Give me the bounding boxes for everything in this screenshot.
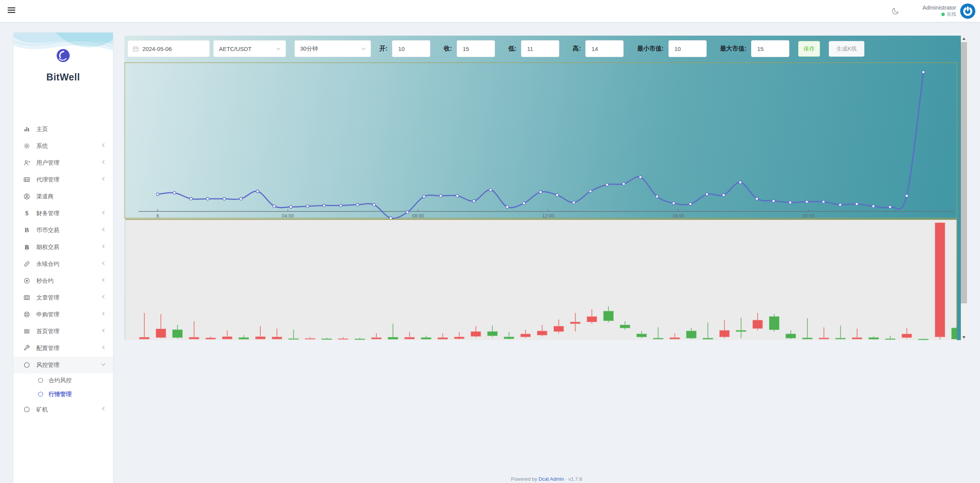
sidebar-item-币币交易[interactable]: B 币币交易: [13, 222, 113, 239]
sidebar-subitem-合约风控[interactable]: 合约风控: [13, 373, 113, 387]
svg-text:12:00: 12:00: [542, 213, 554, 219]
dark-mode-icon[interactable]: [891, 7, 900, 15]
sidebar-item-label: 秒合约: [36, 277, 101, 285]
baht-icon: ฿: [23, 243, 31, 251]
sidebar: BitWell 主页 系统 用户管理 代理管理 渠道商 $ 财务管理 B 币币交…: [13, 33, 113, 483]
sidebar-item-label: 文章管理: [36, 294, 101, 301]
online-status-label: 在线: [947, 11, 956, 18]
vertical-scrollbar: [961, 36, 967, 340]
top-bar: Administrator 在线: [0, 0, 980, 22]
ohlc-fields: 开:收:低:高:最小市值:最大市值:: [371, 40, 789, 57]
avatar[interactable]: [960, 3, 975, 19]
sidebar-item-申购管理[interactable]: 申购管理: [13, 306, 113, 323]
field-input-高[interactable]: [585, 40, 624, 57]
footer: Powered by Dcat Admin · v1.7.8: [113, 476, 980, 482]
dcat-admin-link[interactable]: Dcat Admin: [539, 476, 564, 482]
sidebar-item-永续合约[interactable]: 永续合约: [13, 255, 113, 272]
sidebar-item-label: 期权交易: [36, 244, 101, 251]
sidebar-item-label: 申购管理: [36, 311, 101, 318]
sidebar-item-label: 财务管理: [36, 210, 101, 217]
user-menu[interactable]: Administrator 在线: [923, 4, 956, 17]
chevron-left-icon: [101, 244, 106, 251]
sidebar-item-label: 配置管理: [36, 345, 101, 352]
footer-prefix: Powered by: [511, 476, 537, 482]
sidebar-item-label: 系统: [36, 142, 101, 150]
sidebar-item-用户管理[interactable]: 用户管理: [13, 154, 113, 171]
sidebar-item-渠道商[interactable]: 渠道商: [13, 188, 113, 205]
candlestick-chart: [126, 219, 957, 340]
circle-icon: [38, 377, 44, 384]
footer-version: · v1.7.8: [565, 476, 582, 482]
brand-name: BitWell: [13, 72, 113, 83]
menu-toggle-button[interactable]: [8, 7, 15, 14]
field-input-开[interactable]: [392, 40, 430, 57]
user-circle-icon: [23, 193, 31, 200]
chevron-left-icon: [101, 210, 106, 217]
svg-text:08:00: 08:00: [412, 213, 424, 219]
pair-select[interactable]: AETC/USDT: [213, 40, 286, 57]
sidebar-item-label: 币币交易: [36, 227, 101, 234]
chevron-down-icon: [276, 46, 281, 51]
pair-value: AETC/USDT: [219, 46, 252, 52]
field-input-最小市值[interactable]: [668, 40, 707, 57]
sidebar-item-主页[interactable]: 主页: [13, 121, 113, 138]
chevron-left-icon: [101, 159, 106, 166]
field-label: 收:: [444, 45, 452, 53]
sidebar-subitem-行情管理[interactable]: 行情管理: [13, 387, 113, 401]
svg-text:16:00: 16:00: [672, 213, 684, 219]
user-status: 在线: [923, 11, 956, 18]
chevron-left-icon: [101, 142, 106, 149]
field-label: 开:: [379, 45, 387, 53]
generate-kline-button[interactable]: 生成K线: [829, 41, 864, 57]
sidebar-item-风控管理[interactable]: 风控管理: [13, 357, 113, 373]
online-dot-icon: [941, 13, 945, 16]
sidebar-item-label: 用户管理: [36, 159, 101, 167]
field-label: 高:: [573, 45, 581, 53]
chevron-down-icon: [361, 46, 366, 51]
sidebar-item-文章管理[interactable]: 文章管理: [13, 289, 113, 306]
chevron-left-icon: [101, 406, 106, 413]
field-input-最大市值[interactable]: [751, 40, 789, 57]
sidebar-item-系统[interactable]: 系统: [13, 138, 113, 154]
field-input-低[interactable]: [521, 40, 559, 57]
sidebar-item-label: 永续合约: [36, 260, 101, 268]
brand-area: BitWell: [13, 33, 113, 88]
sidebar-subitem-label: 行情管理: [49, 391, 106, 398]
sidebar-item-矿机[interactable]: 矿机: [13, 401, 113, 418]
id-card-icon: [23, 176, 31, 183]
kline-toolbar: 2024-05-06 AETC/USDT 30分钟 开:收:低:高:最小市值:最…: [127, 40, 864, 57]
interval-select[interactable]: 30分钟: [294, 40, 371, 57]
chevron-left-icon: [101, 311, 106, 318]
date-input[interactable]: 2024-05-06: [127, 40, 210, 57]
newspaper-icon: [23, 294, 31, 301]
sidebar-item-配置管理[interactable]: 配置管理: [13, 340, 113, 357]
sidebar-subitem-label: 合约风控: [49, 377, 106, 384]
svg-text:04:00: 04:00: [282, 213, 294, 219]
interval-value: 30分钟: [300, 45, 318, 52]
power-logo-icon: [960, 3, 975, 19]
sidebar-item-期权交易[interactable]: ฿ 期权交易: [13, 239, 113, 255]
save-button[interactable]: 保存: [798, 41, 820, 57]
date-value: 2024-05-06: [142, 46, 172, 52]
sidebar-item-label: 代理管理: [36, 176, 101, 183]
circle-icon: [23, 406, 31, 413]
letter-b-icon: B: [23, 226, 31, 234]
sidebar-item-首页管理[interactable]: 首页管理: [13, 323, 113, 340]
sidebar-item-label: 首页管理: [36, 328, 101, 335]
chevron-left-icon: [101, 328, 106, 335]
sidebar-item-label: 矿机: [36, 406, 101, 413]
svg-text:20:00: 20:00: [802, 213, 814, 219]
chevron-left-icon: [101, 277, 106, 284]
sidebar-menu: 主页 系统 用户管理 代理管理 渠道商 $ 财务管理 B 币币交易 ฿ 期权交易…: [13, 121, 113, 418]
sidebar-item-秒合约[interactable]: 秒合约: [13, 272, 113, 289]
field-input-收[interactable]: [457, 40, 495, 57]
scrollbar-thumb[interactable]: [961, 42, 967, 303]
line-chart: 604:0008:0012:0016:0020:00: [124, 62, 957, 219]
scroll-down-button[interactable]: [961, 334, 967, 340]
scroll-up-button[interactable]: [961, 36, 967, 41]
sidebar-item-财务管理[interactable]: $ 财务管理: [13, 205, 113, 222]
sidebar-item-代理管理[interactable]: 代理管理: [13, 171, 113, 188]
chevron-down-icon: [101, 362, 106, 368]
sidebar-item-label: 渠道商: [36, 193, 106, 200]
circle-icon: [38, 390, 44, 398]
